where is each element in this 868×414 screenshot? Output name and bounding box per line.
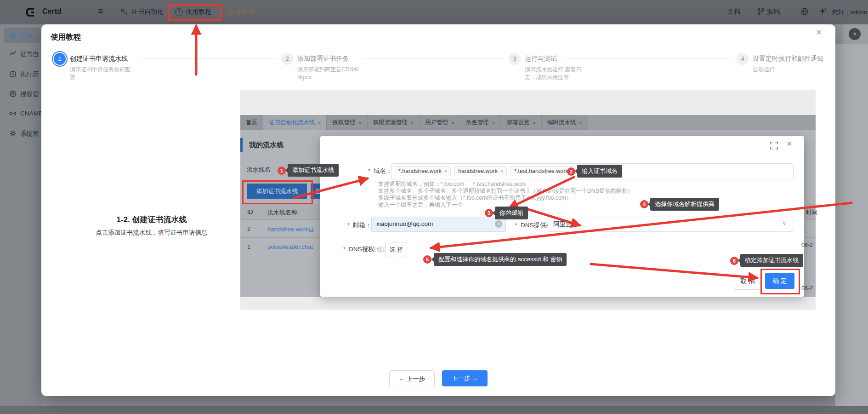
annotation-badge-5: 5 [423,255,431,264]
tab-close-icon[interactable]: × [533,120,535,126]
demo-tab-email[interactable]: 邮箱设置× [501,115,541,130]
col-id: ID [247,208,253,215]
link-icon [9,110,17,117]
col-name: 流水线名称 [267,208,297,217]
globe-icon[interactable] [800,7,809,16]
step-1-title: 创建证书申请流水线 [70,55,128,63]
sidebar-collapse-icon[interactable]: ≡ [98,6,103,17]
certd-logo-icon [24,6,37,18]
dns-auth-select-button[interactable]: 选 择 [385,242,407,257]
nav-cert-automation[interactable]: 证书自动化 [131,8,164,16]
sidebar-item-label: 授权管 [20,90,39,98]
dialog-cancel-button[interactable]: 取 消 [734,273,761,290]
background-bottom-band [0,406,868,414]
tutorial-title: 使用教程 [51,32,81,42]
tab-label: 角色管理 [466,119,489,126]
required-mark: * [347,222,350,229]
annotation-tip-3: 你的邮箱 [495,207,528,219]
demo-tab-home[interactable]: 首页 [240,115,263,130]
domain-tag: handsfree.work× [454,166,507,176]
tutorial-section-heading: 1-2. 创建证书流水线 [64,214,239,225]
demo-tab-auth[interactable]: 授权管理× [327,115,367,130]
sidebar-item-home[interactable]: 首页 [0,30,41,41]
git-branch-icon [757,8,765,15]
sidebar-item-label: 首页 [20,32,33,40]
demo-tab-roles[interactable]: 角色管理× [460,115,501,130]
gear-icon [9,130,17,137]
nav-source[interactable]: 源码 [767,8,780,16]
clock-icon [9,70,17,78]
domain-hint: 输入一个回车之后，再输入下一个 [378,201,463,208]
tab-close-icon[interactable]: × [318,120,321,126]
sidebar-item-cert-automation[interactable]: 证书自 [0,49,41,60]
sidebar-item-cname[interactable]: CNAME [0,109,41,120]
sparkles-icon[interactable] [819,7,827,15]
step-connector [140,58,276,59]
prev-step-button[interactable]: ← 上一步 [389,370,435,387]
user-greeting[interactable]: 您好，admin [832,8,868,17]
tab-close-icon[interactable]: × [411,120,414,126]
dialog-close-icon[interactable]: × [787,138,792,149]
sidebar-item-label: CNAME [20,110,41,117]
sidebar-item-system[interactable]: 系统管 [0,128,41,139]
app-root: Certd ≡ 证书自动化 ? 使用教程 专业版 文档 源码 您好， [0,0,868,414]
annotation-tip-5: 配置和选择你的域名提供商的 accessid 和 密钥 [434,253,567,266]
demo-tabbar: 首页 证书自动化流水线× 授权管理× 权限资源管理× 用户管理× 角色管理× 邮… [240,115,816,130]
cell-pipeline-link[interactable]: powerleader.chat [267,243,313,250]
required-mark: * [368,167,370,174]
nav-docs[interactable]: 文档 [727,8,740,16]
target-icon [9,90,17,98]
step-1-desc: 演示证书申请任务如何配 [70,66,130,74]
tab-close-icon[interactable]: × [358,120,361,126]
domain-tags: *.handsfree.work× handsfree.work× *.test… [395,166,581,176]
tab-close-icon[interactable]: × [579,120,582,126]
annotation-badge-4: 4 [640,200,648,208]
sidebar-item-history[interactable]: 执行历 [0,69,41,80]
email-field-label: 邮箱： [353,221,372,230]
dns-provider-select[interactable] [548,217,794,232]
email-value: xiaojunnuo@qq.com [376,220,433,227]
clear-input-icon[interactable]: × [495,220,502,228]
highlight-box-ok-button [760,269,800,294]
nav-pro-version[interactable]: 专业版 [235,8,255,16]
tab-close-icon[interactable]: × [451,120,454,126]
annotation-badge-3: 3 [485,209,493,217]
required-mark: * [343,246,346,253]
step-2-desc: 演示部署到阿里云CDN和 [297,66,359,74]
required-mark: * [515,222,517,229]
sidebar-item-label: 证书自 [20,50,39,58]
cell-time: 06-2 [801,285,813,292]
step-3-title: 运行与测试 [525,55,557,63]
highlight-box-tutorial-nav [168,4,221,21]
step-4-desc: 自动运行 [753,66,775,74]
demo-page-title: 我的流水线 [249,141,284,150]
fullscreen-icon[interactable] [770,142,778,150]
tag-label: *.handsfree.work [398,168,442,174]
key-icon [120,8,128,16]
tag-remove-icon[interactable]: × [444,168,447,174]
tag-label: *.test.handsfree.work [514,168,568,174]
step-4-circle: 4 [737,53,749,65]
tutorial-section-subtitle: 点击添加证书流水线，填写证书申请信息 [64,229,239,237]
tab-label: 编辑流水线 [547,119,576,126]
pro-badge-icon [226,9,233,16]
demo-tab-edit-pipeline[interactable]: 编辑流水线× [542,115,588,130]
tab-close-icon[interactable]: × [492,120,495,126]
cell-pipeline-link[interactable]: handsfree.work证 [267,225,314,234]
sidebar-item-label: 执行历 [20,70,39,79]
tutorial-close-icon[interactable]: × [816,27,822,38]
step-4-title: 设置定时执行和邮件通知 [753,55,823,63]
tag-remove-icon[interactable]: × [500,168,503,174]
next-step-button[interactable]: 下一步 → [442,370,488,386]
tab-label: 首页 [246,119,257,126]
tab-close-circle-icon[interactable]: × [849,28,861,40]
demo-tab-pipelines[interactable]: 证书自动化流水线× [263,115,327,130]
tab-label: 用户管理 [425,119,448,126]
sidebar-item-authorization[interactable]: 授权管 [0,89,41,100]
background-content [835,44,868,406]
demo-tab-permission[interactable]: 权限资源管理× [368,115,420,130]
step-2-title: 添加部署证书任务 [297,55,349,63]
demo-tab-users[interactable]: 用户管理× [420,115,460,130]
step-connector [564,58,731,59]
annotation-tip-6: 确定添加证书流水线 [740,254,803,267]
